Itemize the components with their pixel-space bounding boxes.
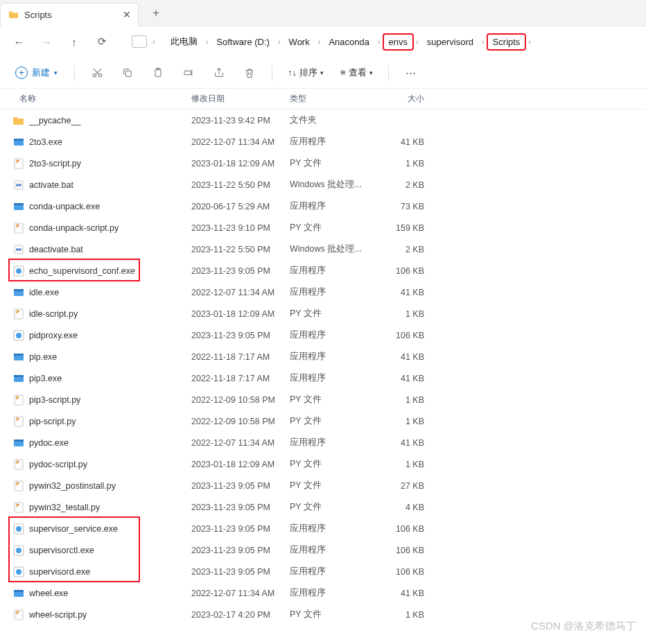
table-row[interactable]: pip-script.py2022-12-09 10:58 PMPY 文件1 K… — [0, 410, 646, 432]
file-type: 应用程序 — [290, 372, 376, 384]
file-size: 159 KB — [376, 223, 424, 233]
file-size: 1 KB — [376, 159, 424, 168]
table-row[interactable]: pywin32_testall.py2023-11-23 9:05 PMPY 文… — [0, 496, 646, 518]
table-row[interactable]: pip.exe2022-11-18 7:17 AM应用程序41 KB — [0, 346, 646, 367]
file-size: 4 KB — [376, 503, 424, 512]
share-icon[interactable] — [208, 62, 230, 84]
svg-rect-33 — [15, 460, 23, 469]
svg-point-10 — [16, 184, 19, 186]
file-name: supervisorctl.exe — [29, 546, 191, 555]
file-name: supervisor_service.exe — [29, 524, 191, 534]
tab-scripts[interactable]: Scripts ✕ — [0, 3, 139, 26]
breadcrumb-item[interactable]: Software (D:) — [211, 34, 275, 50]
file-date: 2023-11-23 9:05 PM — [191, 266, 290, 276]
delete-icon[interactable] — [238, 62, 261, 84]
nav-bar: ← → ↑ ⟳ › 此电脑›Software (D:)›Work›Anacond… — [0, 26, 646, 57]
rename-icon[interactable] — [177, 62, 200, 84]
chevron-right-icon: › — [277, 37, 282, 46]
file-name: idle-script.py — [29, 309, 191, 319]
svg-rect-29 — [15, 395, 23, 405]
breadcrumb-item[interactable]: Work — [283, 34, 315, 50]
toolbar: + 新建 ▾ ↑↓ 排序 ▾ ≡ 查看 ▾ ⋯ — [0, 57, 646, 89]
file-date: 2023-02-17 4:20 PM — [191, 610, 290, 620]
file-date: 2023-01-18 12:09 AM — [191, 159, 290, 168]
refresh-button[interactable]: ⟳ — [90, 30, 114, 53]
forward-button[interactable]: → — [35, 30, 58, 53]
table-row[interactable]: wheel.exe2022-12-07 11:34 AM应用程序41 KB — [0, 582, 646, 604]
breadcrumb-item[interactable]: Anaconda — [323, 34, 375, 50]
file-date: 2022-12-07 11:34 AM — [191, 438, 290, 448]
table-row[interactable]: pydoc.exe2022-12-07 11:34 AM应用程序41 KB — [0, 432, 646, 453]
table-row[interactable]: pip3.exe2022-11-18 7:17 AM应用程序41 KB — [0, 367, 646, 389]
file-date: 2022-12-09 10:58 PM — [191, 417, 290, 426]
col-date[interactable]: 修改日期 — [191, 93, 290, 105]
table-row[interactable]: pidproxy.exe2023-11-23 9:05 PM应用程序106 KB — [0, 324, 646, 346]
file-name: pywin32_testall.py — [29, 503, 191, 512]
view-button[interactable]: ≡ 查看 ▾ — [336, 64, 377, 82]
table-row[interactable]: pywin32_postinstall.py2023-11-23 9:05 PM… — [0, 475, 646, 496]
chevron-right-icon: › — [480, 37, 486, 46]
more-icon[interactable]: ⋯ — [400, 62, 422, 84]
file-size: 106 KB — [376, 524, 424, 534]
svg-point-39 — [16, 548, 21, 553]
copy-icon[interactable] — [116, 62, 139, 84]
col-name[interactable]: 名称 — [19, 93, 191, 105]
table-row[interactable]: conda-unpack-script.py2023-11-23 9:10 PM… — [0, 217, 646, 238]
paste-icon[interactable] — [147, 62, 169, 84]
table-row[interactable]: idle-script.py2023-01-18 12:09 AMPY 文件1 … — [0, 303, 646, 324]
file-icon — [12, 243, 25, 256]
file-date: 2023-01-18 12:09 AM — [191, 460, 290, 469]
cut-icon[interactable] — [86, 62, 108, 84]
svg-rect-13 — [14, 203, 24, 205]
back-button[interactable]: ← — [7, 30, 30, 53]
file-date: 2023-01-18 12:09 AM — [191, 309, 290, 319]
table-row[interactable]: activate.bat2023-11-22 5:50 PMWindows 批处… — [0, 174, 646, 195]
chevron-right-icon: › — [317, 37, 322, 46]
table-row[interactable]: supervisorctl.exe2023-11-23 9:05 PM应用程序1… — [0, 539, 646, 561]
up-button[interactable]: ↑ — [62, 30, 86, 53]
file-size: 41 KB — [376, 374, 424, 383]
table-row[interactable]: supervisord.exe2023-11-23 9:05 PM应用程序106… — [0, 561, 646, 582]
file-name: pip-script.py — [29, 417, 191, 426]
svg-rect-7 — [14, 139, 24, 141]
file-size: 106 KB — [376, 331, 424, 340]
breadcrumb-item[interactable]: supervisord — [421, 34, 479, 50]
table-row[interactable]: __pycache__2023-11-23 9:42 PM文件夹 — [0, 110, 646, 131]
divider — [74, 65, 75, 80]
file-date: 2023-11-23 9:05 PM — [191, 567, 290, 577]
table-row[interactable]: pydoc-script.py2023-01-18 12:09 AMPY 文件1… — [0, 453, 646, 475]
breadcrumb-item[interactable]: 此电脑 — [165, 33, 203, 51]
table-row[interactable]: idle.exe2022-12-07 11:34 AM应用程序41 KB — [0, 281, 646, 303]
table-row[interactable]: echo_supervisord_conf.exe2023-11-23 9:05… — [0, 260, 646, 281]
plus-icon: + — [15, 67, 28, 79]
tab-bar: Scripts ✕ + — [0, 0, 646, 26]
svg-rect-5 — [184, 71, 191, 74]
new-tab-button[interactable]: + — [146, 3, 166, 24]
file-size: 27 KB — [376, 481, 424, 491]
sort-button[interactable]: ↑↓ 排序 ▾ — [283, 64, 328, 82]
breadcrumb-item[interactable]: Scripts — [487, 34, 526, 50]
file-type: PY 文件 — [290, 308, 376, 320]
file-date: 2023-11-22 5:50 PM — [191, 245, 290, 254]
file-date: 2023-11-22 5:50 PM — [191, 180, 290, 190]
breadcrumb-item[interactable]: envs — [383, 34, 413, 50]
table-row[interactable]: pip3-script.py2022-12-09 10:58 PMPY 文件1 … — [0, 389, 646, 410]
file-name: pip3.exe — [29, 374, 191, 383]
close-icon[interactable]: ✕ — [123, 9, 131, 20]
file-icon — [12, 480, 25, 492]
file-type: PY 文件 — [290, 501, 376, 513]
table-row[interactable]: conda-unpack.exe2020-06-17 5:29 AM应用程序73… — [0, 195, 646, 217]
monitor-icon[interactable] — [132, 35, 147, 48]
svg-rect-22 — [15, 309, 23, 319]
table-row[interactable]: deactivate.bat2023-11-22 5:50 PMWindows … — [0, 238, 646, 260]
col-type[interactable]: 类型 — [290, 93, 376, 105]
table-row[interactable]: 2to3-script.py2023-01-18 12:09 AMPY 文件1 … — [0, 153, 646, 174]
table-row[interactable]: 2to3.exe2022-12-07 11:34 AM应用程序41 KB — [0, 131, 646, 153]
file-type: PY 文件 — [290, 222, 376, 234]
file-date: 2022-12-07 11:34 AM — [191, 288, 290, 297]
col-size[interactable]: 大小 — [376, 93, 424, 105]
file-name: pydoc.exe — [29, 438, 191, 448]
new-button[interactable]: + 新建 ▾ — [10, 64, 63, 82]
table-row[interactable]: supervisor_service.exe2023-11-23 9:05 PM… — [0, 518, 646, 539]
chevron-right-icon: › — [414, 37, 420, 46]
